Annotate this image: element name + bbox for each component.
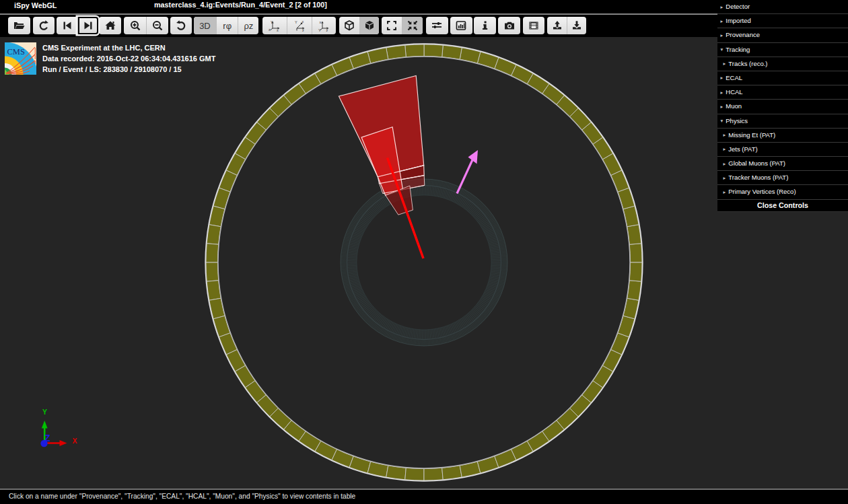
svg-text:z: z — [302, 28, 304, 32]
svg-text:Y: Y — [271, 20, 273, 24]
svg-text:x: x — [320, 20, 322, 24]
svg-text:x: x — [302, 20, 304, 24]
svg-text:CMS: CMS — [7, 47, 25, 57]
svg-text:X: X — [73, 437, 77, 445]
svg-text:z: z — [326, 28, 328, 32]
svg-text:x: x — [277, 28, 279, 32]
svg-text:z: z — [269, 28, 271, 32]
svg-text:Y: Y — [42, 408, 47, 416]
svg-text:Y: Y — [318, 28, 321, 32]
svg-text:Y: Y — [295, 20, 297, 24]
